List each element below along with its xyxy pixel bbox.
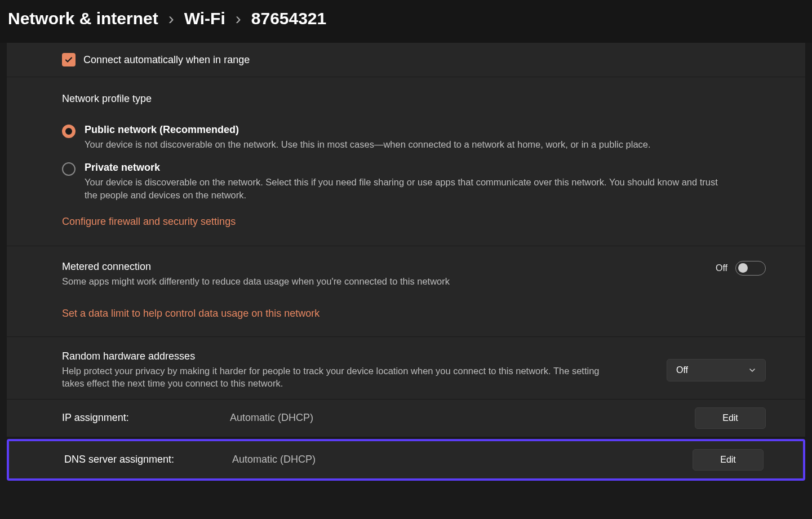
connect-automatically-label: Connect automatically when in range — [83, 54, 250, 66]
metered-toggle[interactable] — [735, 261, 766, 276]
metered-toggle-label: Off — [716, 263, 727, 273]
dns-assignment-value: Automatic (DHCP) — [232, 454, 693, 465]
private-network-desc: Your device is discoverable on the netwo… — [85, 176, 727, 201]
metered-connection-desc: Some apps might work differently to redu… — [62, 275, 450, 287]
breadcrumb-ssid: 87654321 — [251, 9, 326, 28]
public-network-desc: Your device is not discoverable on the n… — [85, 138, 651, 150]
dns-assignment-row: DNS server assignment: Automatic (DHCP) … — [7, 439, 805, 481]
configure-firewall-link[interactable]: Configure firewall and security settings — [62, 216, 236, 228]
connect-automatically-row: Connect automatically when in range — [7, 43, 805, 77]
random-hw-value: Off — [676, 365, 688, 375]
breadcrumb-network[interactable]: Network & internet — [8, 9, 158, 28]
public-network-option[interactable]: Public network (Recommended) Your device… — [62, 124, 805, 150]
check-icon — [64, 55, 73, 64]
random-hw-section: Random hardware addresses Help protect y… — [7, 337, 805, 400]
chevron-down-icon — [748, 366, 756, 374]
chevron-right-icon: › — [236, 9, 241, 28]
random-hw-title: Random hardware addresses — [62, 351, 603, 362]
ip-assignment-row: IP assignment: Automatic (DHCP) Edit — [7, 400, 805, 437]
ip-assignment-edit-button[interactable]: Edit — [695, 407, 766, 429]
set-data-limit-link[interactable]: Set a data limit to help control data us… — [62, 308, 320, 320]
dns-assignment-edit-button[interactable]: Edit — [693, 449, 764, 471]
private-network-title: Private network — [85, 162, 727, 174]
dns-assignment-label: DNS server assignment: — [64, 454, 232, 465]
metered-connection-section: Metered connection Some apps might work … — [7, 246, 805, 337]
ip-assignment-value: Automatic (DHCP) — [230, 412, 695, 424]
network-profile-section: Network profile type Public network (Rec… — [7, 77, 805, 246]
public-network-title: Public network (Recommended) — [85, 124, 651, 136]
breadcrumb-wifi[interactable]: Wi-Fi — [184, 9, 225, 28]
private-network-radio[interactable] — [62, 162, 76, 176]
toggle-knob-icon — [738, 263, 748, 273]
public-network-radio[interactable] — [62, 125, 76, 138]
network-profile-heading: Network profile type — [62, 93, 805, 105]
breadcrumb: Network & internet › Wi-Fi › 87654321 — [0, 0, 812, 43]
random-hw-desc: Help protect your privacy by making it h… — [62, 365, 603, 390]
private-network-option[interactable]: Private network Your device is discovera… — [62, 162, 805, 201]
ip-assignment-label: IP assignment: — [62, 412, 230, 424]
chevron-right-icon: › — [168, 9, 174, 28]
metered-connection-title: Metered connection — [62, 261, 450, 273]
connect-automatically-checkbox[interactable] — [62, 53, 76, 66]
random-hw-dropdown[interactable]: Off — [667, 359, 766, 382]
